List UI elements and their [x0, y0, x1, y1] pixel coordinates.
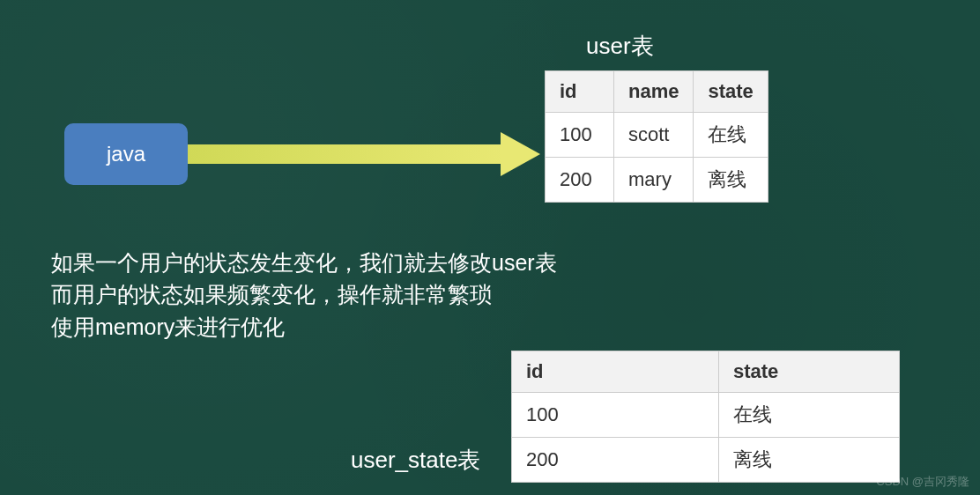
- user-table: id name state 100 scott 在线 200 mary 离线: [545, 70, 768, 203]
- java-node: java: [64, 123, 188, 185]
- cell-id: 200: [546, 158, 614, 203]
- desc-line-2: 而用户的状态如果频繁变化，操作就非常繁琐: [51, 278, 557, 310]
- cell-state: 在线: [719, 393, 900, 438]
- watermark-text: CSDN @吉冈秀隆: [876, 474, 969, 490]
- col-header-id: id: [512, 351, 719, 393]
- col-header-state: state: [694, 71, 768, 113]
- cell-id: 200: [512, 438, 719, 483]
- cell-id: 100: [546, 113, 614, 158]
- table-row: 100 scott 在线: [546, 113, 768, 158]
- col-header-id: id: [546, 71, 614, 113]
- table-header-row: id name state: [546, 71, 768, 113]
- user-table-title: user表: [586, 31, 654, 62]
- user-state-table-title: user_state表: [351, 445, 480, 476]
- description-text: 如果一个用户的状态发生变化，我们就去修改user表 而用户的状态如果频繁变化，操…: [51, 247, 557, 343]
- desc-line-3: 使用memory来进行优化: [51, 311, 557, 343]
- desc-line-1: 如果一个用户的状态发生变化，我们就去修改user表: [51, 247, 557, 278]
- table-row: 100 在线: [512, 393, 900, 438]
- cell-name: mary: [614, 158, 694, 203]
- cell-state: 离线: [719, 438, 900, 483]
- col-header-name: name: [614, 71, 694, 113]
- cell-id: 100: [512, 393, 719, 438]
- table-row: 200 离线: [512, 438, 900, 483]
- cell-state: 离线: [694, 158, 768, 203]
- user-state-table: id state 100 在线 200 离线: [511, 351, 900, 483]
- col-header-state: state: [719, 351, 900, 393]
- arrow-icon: [188, 137, 540, 172]
- cell-state: 在线: [694, 113, 768, 158]
- table-header-row: id state: [512, 351, 900, 393]
- java-node-label: java: [107, 142, 145, 166]
- cell-name: scott: [614, 113, 694, 158]
- table-row: 200 mary 离线: [546, 158, 768, 203]
